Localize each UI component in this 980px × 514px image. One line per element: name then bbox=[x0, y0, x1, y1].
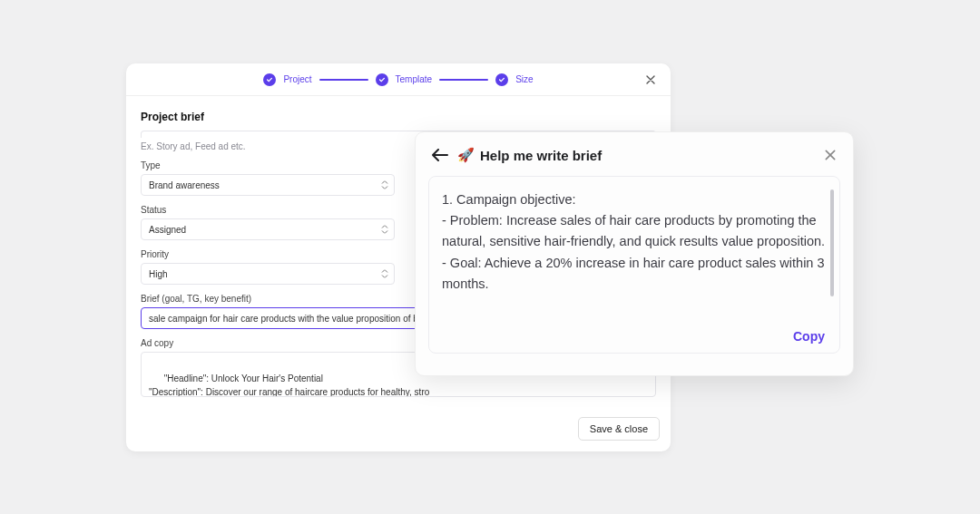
step-size[interactable]: Size bbox=[515, 74, 533, 84]
step-template[interactable]: Template bbox=[396, 74, 433, 84]
back-arrow-icon[interactable] bbox=[432, 149, 448, 161]
select-caret-icon bbox=[381, 181, 388, 189]
section-title: Project brief bbox=[141, 111, 656, 123]
step-project[interactable]: Project bbox=[283, 74, 311, 84]
generated-content-card: 1. Campaign objective: - Problem: Increa… bbox=[428, 176, 840, 354]
scrollbar-thumb[interactable] bbox=[830, 189, 834, 296]
close-icon[interactable] bbox=[643, 73, 658, 87]
close-icon[interactable] bbox=[824, 149, 837, 161]
step-connector bbox=[439, 79, 488, 81]
step-connector bbox=[319, 79, 368, 81]
help-write-brief-panel: 🚀 Help me write brief 1. Campaign object… bbox=[415, 131, 854, 376]
select-caret-icon bbox=[381, 226, 388, 234]
side-title: 🚀 Help me write brief bbox=[457, 147, 602, 163]
select-caret-icon bbox=[381, 270, 388, 278]
adcopy-value: "Headline": Unlock Your Hair's Potential… bbox=[149, 373, 429, 397]
save-and-close-button[interactable]: Save & close bbox=[578, 417, 660, 441]
generated-brief-text: 1. Campaign objective: - Problem: Increa… bbox=[442, 189, 827, 307]
wizard-stepper: Project Template Size bbox=[126, 63, 671, 96]
status-value: Assigned bbox=[149, 225, 186, 235]
type-value: Brand awareness bbox=[149, 180, 220, 190]
priority-value: High bbox=[149, 269, 168, 279]
side-title-text: Help me write brief bbox=[480, 148, 602, 163]
brief-value: sale campaign for hair care products wit… bbox=[149, 314, 430, 324]
check-icon bbox=[263, 73, 276, 86]
copy-button[interactable]: Copy bbox=[766, 329, 825, 344]
panel-footer: Save & close bbox=[578, 417, 660, 441]
side-header: 🚀 Help me write brief bbox=[416, 132, 853, 176]
status-select[interactable]: Assigned bbox=[141, 218, 395, 240]
rocket-icon: 🚀 bbox=[457, 147, 475, 163]
priority-select[interactable]: High bbox=[141, 263, 395, 285]
type-select[interactable]: Brand awareness bbox=[141, 174, 395, 196]
check-icon bbox=[376, 73, 388, 86]
check-icon bbox=[495, 73, 508, 86]
